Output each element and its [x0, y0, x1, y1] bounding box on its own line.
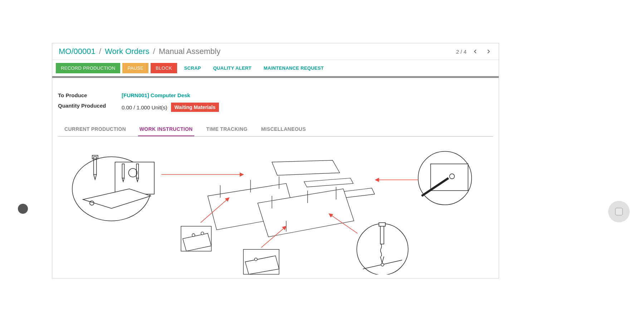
pager-counter: 2 / 4 — [456, 49, 467, 55]
action-bar: RECORD PRODUCTION PAUSE BLOCK SCRAP QUAL… — [52, 60, 499, 78]
svg-point-25 — [381, 263, 384, 266]
scrap-button[interactable]: SCRAP — [179, 63, 206, 73]
tabs: CURRENT PRODUCTION WORK INSTRUCTION TIME… — [58, 123, 493, 137]
block-button[interactable]: BLOCK — [151, 63, 177, 73]
tab-current-production[interactable]: CURRENT PRODUCTION — [63, 123, 127, 136]
work-instruction-diagram — [58, 142, 493, 275]
to-produce-label: To Produce — [58, 92, 119, 98]
chevron-right-icon — [486, 49, 491, 54]
pause-button[interactable]: PAUSE — [122, 63, 148, 73]
home-icon — [615, 208, 623, 216]
quality-alert-button[interactable]: QUALITY ALERT — [208, 63, 257, 73]
tab-miscellaneous[interactable]: MISCELLANEOUS — [260, 123, 307, 136]
breadcrumb-sep: / — [153, 47, 155, 56]
breadcrumb-mo[interactable]: MO/00001 — [59, 47, 96, 56]
header-row: MO/00001 / Work Orders / Manual Assembly… — [52, 43, 499, 60]
svg-rect-4 — [92, 155, 98, 159]
work-order-panel: MO/00001 / Work Orders / Manual Assembly… — [52, 43, 499, 278]
tab-time-tracking[interactable]: TIME TRACKING — [205, 123, 249, 136]
info-grid: To Produce [FURN001] Computer Desk Quant… — [58, 92, 493, 112]
svg-rect-1 — [115, 162, 154, 194]
breadcrumb: MO/00001 / Work Orders / Manual Assembly — [59, 47, 220, 56]
breadcrumb-work-orders[interactable]: Work Orders — [105, 47, 149, 56]
svg-point-16 — [449, 174, 454, 179]
status-badge: Waiting Materials — [171, 103, 219, 112]
svg-rect-24 — [379, 223, 385, 226]
svg-point-19 — [201, 232, 204, 235]
tab-work-instruction[interactable]: WORK INSTRUCTION — [138, 123, 194, 136]
device-dot-icon — [18, 204, 28, 214]
svg-rect-23 — [380, 224, 384, 244]
record-production-button[interactable]: RECORD PRODUCTION — [56, 63, 120, 73]
pager: 2 / 4 — [456, 48, 492, 55]
breadcrumb-current: Manual Assembly — [159, 47, 220, 56]
svg-point-18 — [192, 234, 195, 237]
breadcrumb-sep: / — [99, 47, 101, 56]
quantity-produced-value: 0.00 / 1.000 Unit(s) Waiting Materials — [122, 103, 493, 112]
svg-point-21 — [254, 258, 257, 261]
maintenance-request-button[interactable]: MAINTENANCE REQUEST — [259, 63, 329, 73]
device-home-button[interactable] — [608, 201, 630, 222]
content-area: To Produce [FURN001] Computer Desk Quant… — [52, 78, 499, 278]
quantity-produced-label: Quantity Produced — [58, 103, 119, 112]
pager-next-button[interactable] — [484, 48, 492, 55]
quantity-text: 0.00 / 1.000 Unit(s) — [122, 104, 167, 110]
product-link[interactable]: [FURN001] Computer Desk — [122, 92, 190, 98]
pager-prev-button[interactable] — [472, 48, 479, 55]
chevron-left-icon — [473, 49, 478, 54]
